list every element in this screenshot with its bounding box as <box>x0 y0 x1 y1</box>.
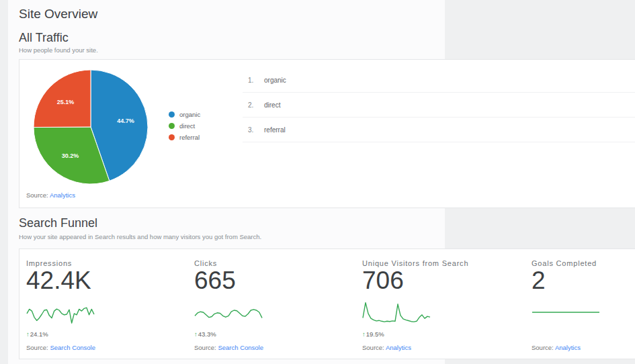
search-funnel-card: Impressions 42.4K ↑24.1% Source: Search … <box>19 248 635 359</box>
goals-sparkline-chart <box>532 298 600 327</box>
metric-value: 42.4K <box>26 267 91 295</box>
source-prefix: Source: <box>194 344 216 351</box>
source-prefix: Source: <box>26 191 48 199</box>
source-link-analytics[interactable]: Analytics <box>50 191 75 199</box>
delta-value: 19.5% <box>366 330 384 338</box>
legend-dot-organic <box>169 111 175 118</box>
source-prefix: Source: <box>532 344 554 351</box>
section-title-all-traffic: All Traffic <box>19 31 69 45</box>
legend-dot-direct <box>169 123 175 129</box>
metric-source-line: Source: Analytics <box>532 344 581 351</box>
metric-source-line: Source: Search Console <box>194 344 263 351</box>
scorecard-goals-completed: Goals Completed 2 Source: Analytics <box>532 249 635 359</box>
scorecard-unique-visitors: Unique Visitors from Search 706 ↑19.5% S… <box>362 249 520 359</box>
section-title-search-funnel: Search Funnel <box>19 216 97 230</box>
metric-source-line: Source: Analytics <box>362 344 411 351</box>
source-link-analytics[interactable]: Analytics <box>386 344 411 351</box>
legend-dot-referral <box>169 134 175 140</box>
list-item: 1. organic <box>243 68 635 93</box>
legend-item-direct: direct <box>169 122 200 130</box>
impressions-sparkline-chart <box>26 298 95 327</box>
list-item-label: direct <box>264 101 280 109</box>
traffic-source-list: 1. organic 2. direct 3. referral <box>243 68 635 142</box>
scorecard-impressions: Impressions 42.4K ↑24.1% Source: Search … <box>26 249 184 359</box>
metric-delta <box>532 330 532 338</box>
source-link-search-console[interactable]: Search Console <box>50 344 95 351</box>
list-item-rank: 2. <box>248 101 260 109</box>
all-traffic-card: 44.7%30.2%25.1% organic direct referral … <box>19 59 635 208</box>
metric-source-line: Source: Search Console <box>26 344 95 351</box>
up-arrow-icon: ↑ <box>26 330 30 338</box>
legend-label: direct <box>179 122 195 130</box>
up-arrow-icon: ↑ <box>362 330 366 338</box>
svg-text:44.7%: 44.7% <box>117 118 134 124</box>
list-item-label: organic <box>264 77 286 84</box>
list-item-label: referral <box>264 126 286 134</box>
scorecard-clicks: Clicks 665 ↑43.3% Source: Search Console <box>194 249 352 359</box>
metric-delta: ↑24.1% <box>26 330 48 338</box>
pie-legend: organic direct referral <box>169 111 200 145</box>
legend-item-referral: referral <box>169 134 200 141</box>
svg-text:25.1%: 25.1% <box>57 99 75 105</box>
page-title: Site Overview <box>19 7 97 21</box>
delta-value: 24.1% <box>30 330 48 338</box>
metric-delta: ↑43.3% <box>194 330 216 338</box>
section-subtitle-search-funnel: How your site appeared in Search results… <box>19 233 261 240</box>
clicks-sparkline-chart <box>194 298 263 327</box>
source-prefix: Source: <box>26 344 48 351</box>
legend-label: organic <box>179 111 200 118</box>
metric-delta: ↑19.5% <box>362 330 384 338</box>
pie-source-line: Source: Analytics <box>26 191 75 199</box>
up-arrow-icon: ↑ <box>194 330 198 338</box>
svg-text:30.2%: 30.2% <box>62 152 79 159</box>
source-prefix: Source: <box>362 344 384 351</box>
list-item-rank: 3. <box>248 126 260 134</box>
traffic-sources-pie-chart[interactable]: 44.7%30.2%25.1% <box>33 69 149 185</box>
section-subtitle-all-traffic: How people found your site. <box>19 46 98 54</box>
unique-visitors-sparkline-chart <box>362 298 431 327</box>
legend-label: referral <box>179 134 200 141</box>
delta-value: 43.3% <box>198 330 216 338</box>
metric-value: 2 <box>532 267 546 295</box>
source-link-search-console[interactable]: Search Console <box>218 344 263 351</box>
list-item: 2. direct <box>243 93 635 118</box>
legend-item-organic: organic <box>169 111 200 118</box>
source-link-analytics[interactable]: Analytics <box>555 344 581 351</box>
list-item-rank: 1. <box>248 77 260 84</box>
metric-value: 706 <box>362 267 404 295</box>
metric-value: 665 <box>194 267 236 295</box>
list-item: 3. referral <box>243 118 635 142</box>
